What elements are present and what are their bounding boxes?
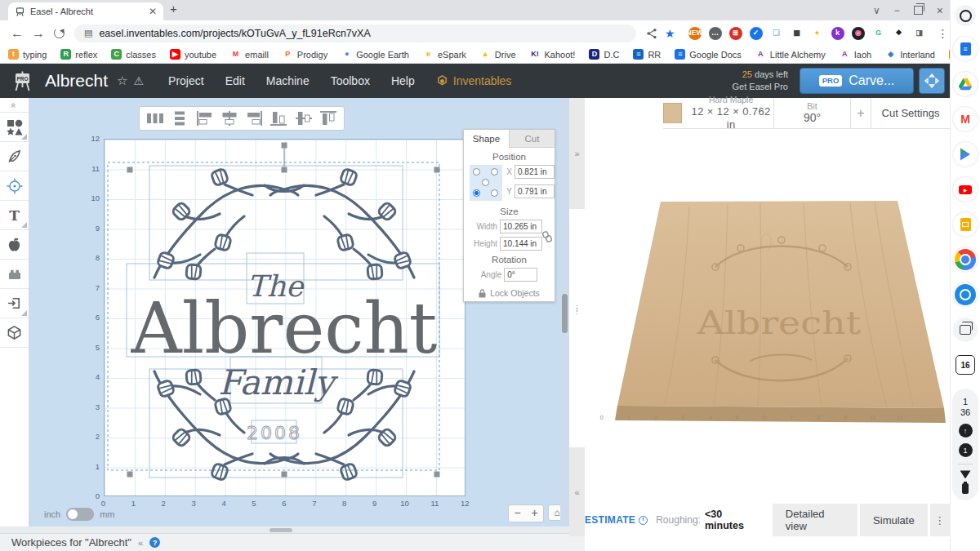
estimate-label[interactable]: ESTIMATE (585, 514, 648, 526)
address-bar[interactable]: ▤ easel.inventables.com/projects/kOTuGvA… (74, 24, 636, 42)
shelf-camera-icon[interactable] (953, 282, 978, 307)
cut-settings-button[interactable]: Cut Settings (871, 98, 950, 128)
extension-icon[interactable]: k (831, 26, 845, 41)
anchor-point-selector[interactable] (470, 165, 502, 201)
extension-icon[interactable]: … (708, 26, 723, 41)
material-selector[interactable]: Hard Maple 12 × 12 × 0.762 in (663, 98, 774, 128)
bit-selector[interactable]: Bit 90° (774, 98, 851, 128)
window-close-icon[interactable]: × (937, 4, 943, 17)
shapes-tool[interactable] (0, 113, 29, 142)
icons-library-tool[interactable] (0, 230, 29, 260)
canvas-vertical-scrollbar[interactable] (560, 98, 569, 527)
bookmark-item[interactable]: M emaill (230, 49, 269, 60)
easel-pro-logo[interactable]: PRO (11, 70, 33, 92)
reload-icon[interactable] (54, 28, 65, 38)
distribute-horizontal-icon[interactable] (145, 110, 165, 127)
bookmark-item[interactable]: ● Google Earth (341, 49, 409, 60)
angle-input[interactable]: 0° (504, 268, 537, 282)
bookmark-item[interactable]: C classes (111, 49, 156, 60)
bookmark-item[interactable]: A Iaoh (840, 49, 871, 60)
preview-collapse-bottom[interactable]: « (569, 447, 585, 536)
tab-cut[interactable]: Cut (509, 130, 555, 148)
import-tool[interactable] (0, 289, 29, 318)
anchor-bottom-left-radio[interactable] (473, 189, 480, 197)
tab-close-icon[interactable]: ✕ (149, 6, 157, 17)
estimate-menu-icon[interactable]: ⋮ (930, 504, 950, 536)
bookmark-item[interactable]: ≡ Google Docs (675, 49, 742, 60)
menu-item[interactable]: Project (168, 74, 204, 87)
workpieces-bar[interactable]: Workpieces for "Albrecht" « ? (0, 533, 585, 551)
shelf-play-icon[interactable] (953, 142, 978, 167)
project-title[interactable]: Albrecht (45, 71, 108, 91)
align-top-icon[interactable] (318, 110, 338, 127)
height-input[interactable]: 10.144 in (500, 237, 542, 251)
extension-icon[interactable]: ❖ (892, 26, 906, 41)
site-info-icon[interactable]: ▤ (84, 28, 92, 38)
panel-drag-handle[interactable]: ⋮⋮ (569, 306, 585, 313)
design-text-albrecht[interactable]: Albrecht (131, 287, 438, 369)
shelf-drive-icon[interactable] (953, 72, 978, 96)
bookmark-item[interactable]: ◆ Interland (885, 49, 935, 60)
top-floral-branches[interactable] (154, 168, 414, 279)
design-text-family[interactable]: Family (218, 362, 339, 402)
3d-cube-tool[interactable] (0, 318, 29, 348)
bookmark-item[interactable]: t typing (8, 49, 47, 60)
warning-icon[interactable]: ⚠ (134, 74, 145, 87)
simulate-button[interactable]: Simulate (860, 504, 928, 536)
lego-brick-tool[interactable] (0, 260, 29, 289)
new-tab-button[interactable]: + (170, 2, 177, 16)
lock-aspect-ratio-icon[interactable] (542, 231, 552, 242)
design-artwork[interactable]: The Albrecht Family 2008 (104, 139, 466, 496)
extension-icon[interactable]: ● (810, 26, 825, 41)
width-input[interactable]: 10.265 in (500, 220, 542, 233)
menu-item[interactable]: Help (391, 74, 415, 87)
3d-preview-wood[interactable]: Albrecht (593, 192, 952, 437)
pen-tool[interactable] (0, 142, 29, 171)
bookmark-item[interactable]: D D.C (589, 49, 619, 60)
menu-item[interactable]: Toolbox (331, 74, 370, 87)
trial-status[interactable]: 25 days left Get Easel Pro (733, 69, 788, 93)
carve-button[interactable]: PRO Carve... (800, 68, 914, 94)
shelf-docs-icon[interactable]: ≡ (953, 37, 978, 61)
shelf-slides-icon[interactable] (953, 212, 978, 237)
bookmark-item[interactable]: R reflex (60, 49, 97, 60)
canvas-horizontal-scrollbar[interactable] (0, 527, 585, 533)
extension-icon[interactable]: ≣ (728, 26, 743, 41)
preview-collapse-top[interactable]: » (569, 98, 585, 209)
bookmark-item[interactable]: ▶ youtube (170, 49, 216, 60)
bookmark-item[interactable]: P Prodigy (283, 49, 327, 60)
tab-shape[interactable]: Shape (464, 130, 509, 148)
align-left-icon[interactable] (195, 110, 215, 127)
extension-icon[interactable]: ❑ (769, 26, 784, 41)
extension-icon[interactable]: ◉ (851, 26, 866, 41)
align-middle-vertical-icon[interactable] (294, 110, 314, 127)
back-icon[interactable]: ← (7, 26, 28, 41)
bookmark-item[interactable]: A Little Alchemy (755, 49, 826, 60)
favorite-star-icon[interactable]: ☆ (117, 73, 127, 88)
align-right-icon[interactable] (244, 110, 264, 127)
minimize-icon[interactable]: − (894, 5, 900, 16)
bookmark-item[interactable]: ≡ RR (633, 49, 661, 60)
extension-icon[interactable]: ▦ (790, 26, 804, 41)
browser-tab[interactable]: Easel - Albrecht ✕ (8, 2, 163, 20)
shelf-screen-capture-icon[interactable] (953, 318, 978, 342)
zoom-in-button[interactable]: + (526, 505, 543, 522)
status-ring-icon[interactable] (955, 5, 976, 26)
inventables-link[interactable]: Inventables (436, 74, 512, 87)
shelf-calendar-icon[interactable]: 16 (953, 353, 978, 377)
extension-icon[interactable]: G (871, 26, 886, 41)
design-text-2008[interactable]: 2008 (247, 423, 302, 443)
restore-icon[interactable] (914, 6, 923, 15)
extension-icon[interactable]: NEW (688, 26, 702, 41)
add-bit-button[interactable]: + (851, 98, 871, 128)
menu-item[interactable]: Machine (266, 74, 310, 87)
forward-icon[interactable]: → (28, 26, 49, 41)
align-center-horizontal-icon[interactable] (220, 110, 239, 127)
x-input[interactable]: 0.821 in (514, 165, 555, 179)
lock-objects-button[interactable]: Lock Objects (464, 288, 555, 298)
zoom-out-button[interactable]: − (509, 505, 526, 522)
bookmark-item[interactable]: ▲ Drive (480, 49, 516, 60)
text-tool[interactable]: T (0, 201, 29, 230)
unit-toggle[interactable] (66, 508, 94, 521)
bookmark-item[interactable]: e eSpark (423, 49, 466, 60)
